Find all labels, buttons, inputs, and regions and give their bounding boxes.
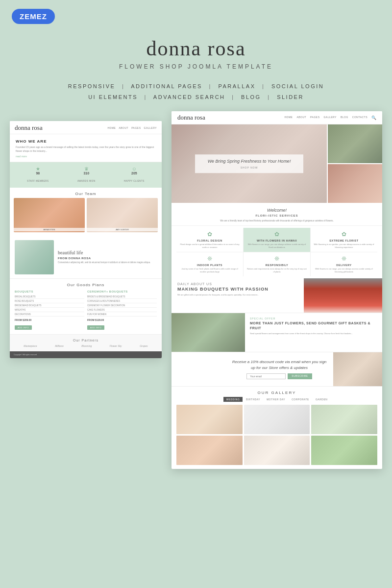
lc-team-photos: ANNA STEIN AMY GORTER [10,198,162,236]
feature-social: SOCIAL LOGIN [271,83,324,89]
lc-stat-label-awards: AWARDS WON [77,180,96,182]
lc-team-photo-anna: ANNA STEIN [14,198,85,232]
sep1: | [122,83,124,89]
lc-goods-title: Our Goods Plans [15,283,157,287]
lc-read-more[interactable]: read more [16,155,156,158]
subtitle: FLOWER SHOP JOOMLA TEMPLATE [0,63,392,70]
rc-gallery-tab-birthday[interactable]: BIRTHDAY [243,397,263,402]
rc-service-title-6: DELIVERY [314,264,374,267]
lc-partners-title: Our Partners [15,339,157,342]
lc-goods-item-2b: CORSAGES & BOUTONNIERES [87,299,157,303]
rc-passion-pre-title: Daily About Us [177,282,298,286]
lc-beautiful-desc: Consectetur adipiscing elit, sed do eius… [58,261,157,265]
feature-responsive: RESPONSIVE [68,83,116,89]
rc-passion-desc: We are gifted with a special passion for… [177,294,298,296]
lc-stat-label-clients: HAPPY CLIENTS [124,180,145,182]
rc-discount-input-row: SUBSCRIBE [230,373,328,379]
lc-stat-label-staff: STAFF MEMBERS [27,180,49,182]
lc-partner-flowersky: Flower Sky [110,344,122,347]
lc-nav-gallery: GALLERY [144,126,157,129]
lc-about-title: WHO WE ARE [16,139,156,144]
rc-gallery-item-3 [311,405,377,434]
rc-discount-email-input[interactable] [246,373,286,379]
zemez-logo[interactable]: ZEMEZ [12,9,55,24]
rc-gallery-tab-garden[interactable]: GARDEN [313,397,330,402]
lc-beautiful-text: beautiful life FROM DONNA ROSA Consectet… [58,250,157,265]
rc-gallery-tab-corporate[interactable]: CORPORATE [289,397,312,402]
lc-goods-price-2: FROM $129.00 [87,318,157,321]
preview-container: donna rosa HOME ABOUT PAGES GALLERY WHO … [10,111,382,542]
rc-nav-search-icon[interactable]: 🔍 [371,116,376,120]
lc-goods-btn-1[interactable]: ADD INFO [15,325,32,330]
rc-gallery-tab-wedding[interactable]: WEDDING [223,397,243,402]
rc-nav-blog: BLOG [341,116,348,120]
rc-hero-side [328,124,382,203]
rc-gallery-item-1 [176,405,243,434]
rc-hero-main: We Bring Spring Freshness to Your Home! … [172,124,327,203]
rc-gallery-item-2 [244,405,310,434]
rc-gallery-title: Our Gallery [176,391,377,395]
rc-gallery: Our Gallery WEDDING BIRTHDAY MOTHER DAY … [172,386,382,469]
rc-discount-content: Receive a 10% discount code via email wh… [225,355,333,383]
lc-team-title: Our Team [10,188,162,198]
rc-hero-text: We Bring Spring Freshness to Your Home! [201,158,298,165]
rc-gallery-item-6 [311,436,377,465]
rc-nav-pages: PAGES [310,116,319,120]
lc-goods-col-title-2: CEREMONY+ BOUQUETS [87,290,157,293]
lc-photo-label-amy: AMY GORTER [87,228,158,231]
lc-about-text: Founded 15 years ago as a brand message … [16,146,156,153]
clients-icon: ☺ [124,166,145,172]
lc-goods-btn-2[interactable]: ADD INFO [87,325,104,330]
rc-nav-gallery: GALLERY [323,116,336,120]
rc-services: ✿ FLORAL DESIGN Floral design can be a g… [176,228,377,276]
rc-service-extreme: ✿ EXTREME FLORIST With flowering in our … [311,228,377,252]
lc-goods-col-title-1: BOUQUETS [15,290,84,293]
main-title: donna rosa [0,37,392,60]
lc-beautiful-title: beautiful life [58,250,157,255]
lc-goods-item-2e: FUN FOR WOMEN [87,312,157,317]
staff-icon: ★ [27,166,49,172]
lc-beautiful: beautiful life FROM DONNA ROSA Consectet… [10,236,162,278]
rc-service-text-4: Just try some of our fresh plants and fl… [179,268,240,273]
feature-slider: SLIDER [277,94,304,100]
title-section: donna rosa FLOWER SHOP JOOMLA TEMPLATE [0,29,392,74]
rc-gallery-item-4 [176,436,243,465]
lc-team-photo-amy: AMY GORTER [87,198,158,232]
rc-service-title-1: FLORAL DESIGN [179,239,240,242]
rc-discount-subscribe-btn[interactable]: SUBSCRIBE [288,373,312,379]
rc-gallery-tab-motherday[interactable]: MOTHER DAY [264,397,288,402]
lc-goods: Our Goods Plans BOUQUETS BRIDAL BOUQUETS… [10,278,162,334]
lc-stat-clients: ☺ 205 HAPPY CLIENTS [124,166,145,184]
rc-service-delivery: ❊ DELIVERY With flowers in our range, yo… [311,252,377,276]
rc-logo: donna rosa [177,114,205,122]
rc-hero-side-bottom [328,164,382,203]
lc-nav-home: HOME [107,126,116,129]
rc-service-text-1: Floral design can be a great addition & … [179,243,240,249]
rc-service-responsibility: ❊ RESPONSIBILY Notices and requirements … [244,252,310,276]
rc-service-text-3: With flowering in our garden, you can al… [314,243,374,249]
lc-goods-item-2c: CEREMONY FLOWER DECORATION [87,303,157,308]
lc-stat-num-clients: 205 [124,172,145,175]
rc-service-title-4: INDOOR PLANTS [179,264,240,267]
sep2: | [209,83,212,89]
rc-passion-main-title: MAKING BOUQUETS WITH PASSION [177,287,298,292]
rc-service-icon-5: ❊ [246,255,307,262]
rc-service-icon-4: ❊ [179,255,240,262]
sep3: | [262,83,265,89]
rc-service-text-2: With flowers in our range, you can alway… [246,243,307,249]
features-row-2: UI ELEMENTS | ADVANCED SEARCH | BLOG | S… [10,92,382,102]
lc-goods-item-1a: BRIDAL BOUQUETS [15,294,84,299]
lc-goods-col-bouquets: BOUQUETS BRIDAL BOUQUETS ROSE BOUQUETS B… [15,290,84,330]
rc-discount: Receive a 10% discount code via email wh… [172,352,382,386]
rc-service-icon-3: ✿ [314,231,374,238]
lc-nav-about: ABOUT [119,126,128,129]
rc-discount-right-img [333,352,382,386]
rc-offer-tag: Special Offer [250,317,377,320]
lc-about: WHO WE ARE Founded 15 years ago as a bra… [10,134,162,162]
rc-service-title-3: EXTREME FLORIST [314,239,374,242]
rc-service-title-2: WITH FLOWERS IN HAWAII [246,239,307,242]
lc-stats: ★ 98 STAFF MEMBERS ♛ 310 AWARDS WON ☺ 20… [10,162,162,188]
awards-icon: ♛ [77,166,96,172]
rc-passion-img [304,278,382,313]
lc-stat-staff: ★ 98 STAFF MEMBERS [27,166,49,184]
